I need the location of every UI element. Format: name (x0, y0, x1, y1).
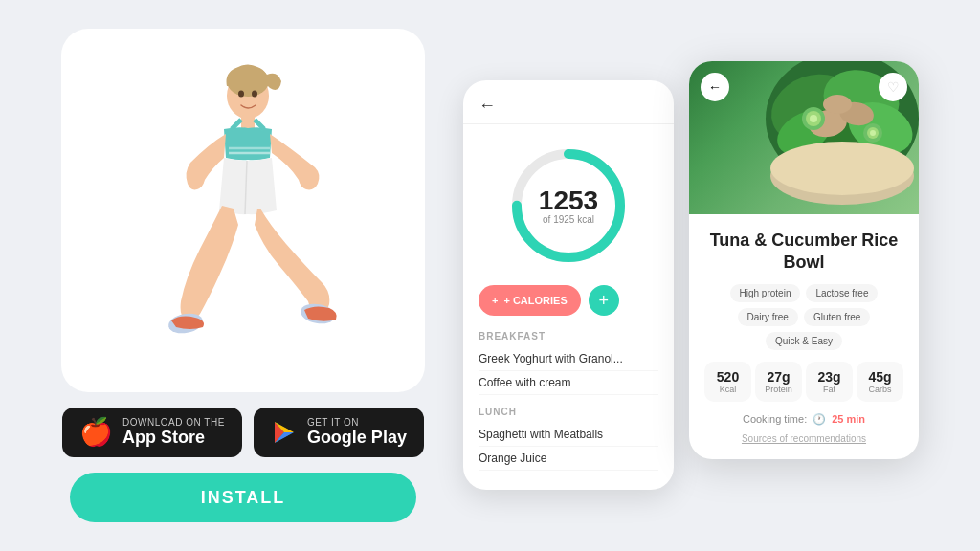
protein-value: 27g (759, 369, 798, 385)
google-play-text: GET IT ON Google Play (307, 417, 407, 449)
calorie-circle: 1253 of 1925 kcal (506, 143, 631, 268)
recipe-title: Tuna & Cucumber Rice Bowl (704, 230, 903, 275)
plus-icon: + (492, 295, 498, 306)
tag-high-protein: High protein (730, 284, 801, 302)
tag-gluten-free: Gluten free (804, 308, 870, 326)
calorie-of: of 1925 kcal (539, 214, 598, 225)
calorie-text: 1253 of 1925 kcal (539, 187, 598, 225)
recipe-back-arrow: ← (708, 79, 722, 95)
kcal-value: 520 (708, 369, 747, 385)
add-calories-row: + + CALORIES + (463, 277, 674, 323)
protein-label: Protein (759, 385, 798, 394)
recipe-content: Tuna & Cucumber Rice Bowl High protein L… (689, 214, 919, 459)
kcal-label: Kcal (708, 385, 747, 394)
svg-point-26 (810, 115, 817, 122)
calorie-number: 1253 (539, 187, 598, 214)
fitness-card (61, 29, 425, 392)
phone1-back-arrow[interactable]: ← (479, 96, 496, 115)
heart-icon: ♡ (887, 79, 900, 95)
add-calories-button[interactable]: + + CALORIES (479, 285, 581, 316)
calorie-circle-area: 1253 of 1925 kcal (463, 124, 674, 277)
left-section: 🍎 Download on the App Store GET IT O (61, 29, 425, 523)
apple-icon: 🍎 (79, 419, 113, 446)
svg-point-6 (252, 90, 257, 97)
store-buttons-row: 🍎 Download on the App Store GET IT O (62, 408, 424, 458)
main-container: 🍎 Download on the App Store GET IT O (0, 0, 980, 551)
nutrition-carbs: 45g Carbs (857, 362, 903, 402)
google-play-button[interactable]: GET IT ON Google Play (254, 408, 424, 458)
phone1-header: ← (463, 80, 674, 124)
right-section: ← 1253 of 1925 kcal + + CALOR (463, 61, 919, 490)
recipe-image: ← ♡ (689, 61, 919, 214)
recipe-image-header: ← ♡ (701, 73, 907, 101)
breakfast-label: BREAKFAST (479, 331, 658, 342)
install-button[interactable]: INSTALL (70, 473, 416, 522)
breakfast-item-2: Coffee with cream (479, 371, 658, 395)
fat-value: 23g (810, 369, 849, 385)
app-store-sub-label: Download on the (122, 417, 225, 428)
sources-link[interactable]: Sources of recommendations (704, 433, 903, 444)
nutrition-grid: 520 Kcal 27g Protein 23g Fat 45g Carbs (704, 362, 903, 402)
add-more-button[interactable]: + (589, 285, 619, 316)
lunch-item-2: Orange Juice (479, 447, 658, 471)
svg-point-20 (770, 142, 914, 195)
clock-icon: 🕐 (813, 413, 826, 426)
tag-dairy-free: Dairy free (738, 308, 798, 326)
svg-point-29 (870, 130, 876, 136)
google-play-main-label: Google Play (307, 428, 407, 449)
lunch-item-1: Spaghetti with Meatballs (479, 423, 658, 447)
nutrition-fat: 23g Fat (806, 362, 853, 402)
fitness-person-illustration (100, 57, 387, 392)
cooking-time-label: Cooking time: (743, 413, 807, 425)
nutrition-protein: 27g Protein (755, 362, 802, 402)
calories-label: + CALORIES (503, 295, 567, 306)
svg-point-5 (238, 90, 244, 97)
cooking-time-row: Cooking time: 🕐 25 min (704, 413, 903, 426)
calorie-tracker-phone: ← 1253 of 1925 kcal + + CALOR (463, 80, 674, 490)
recipe-detail-phone: ← ♡ Tuna & Cucumber Rice Bowl High prote… (689, 61, 919, 459)
tag-quick-easy: Quick & Easy (766, 332, 842, 350)
recipe-favorite-button[interactable]: ♡ (879, 73, 907, 101)
google-play-icon (271, 419, 298, 446)
breakfast-item-1: Greek Yoghurt with Granol... (479, 347, 658, 371)
app-store-text: Download on the App Store (122, 417, 225, 449)
recipe-back-button[interactable]: ← (701, 73, 729, 101)
lunch-label: LUNCH (479, 407, 658, 417)
nutrition-kcal: 520 Kcal (704, 362, 751, 402)
tags-row: High protein Lactose free Dairy free Glu… (704, 284, 903, 350)
lunch-section: LUNCH Spaghetti with Meatballs Orange Ju… (463, 399, 674, 474)
app-store-button[interactable]: 🍎 Download on the App Store (62, 408, 242, 458)
fat-label: Fat (810, 385, 849, 394)
cooking-time-value: 25 min (832, 413, 865, 425)
carbs-label: Carbs (860, 385, 900, 394)
carbs-value: 45g (860, 369, 900, 385)
breakfast-section: BREAKFAST Greek Yoghurt with Granol... C… (463, 323, 674, 399)
google-play-sub-label: GET IT ON (307, 417, 359, 428)
app-store-main-label: App Store (122, 428, 205, 449)
tag-lactose-free: Lactose free (806, 284, 878, 302)
